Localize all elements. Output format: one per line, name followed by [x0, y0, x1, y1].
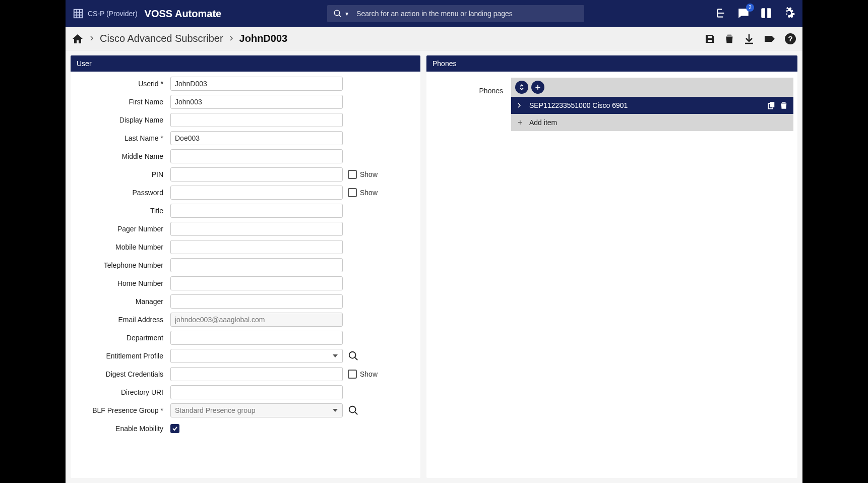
hierarchy-label: CS-P (Provider)	[88, 10, 138, 18]
svg-rect-0	[74, 10, 83, 18]
phone-item-label: SEP112233551000 Cisco 6901	[529, 101, 762, 109]
phones-panel-header: Phones	[426, 55, 797, 72]
digest-label: Digest Credentials	[76, 370, 170, 378]
dir-uri-input[interactable]	[170, 385, 343, 399]
app-header: CS-P (Provider) VOSS Automate ▼ 2	[66, 0, 802, 27]
chevron-right-icon	[516, 102, 524, 108]
display-name-label: Display Name	[76, 116, 170, 124]
userid-input[interactable]	[170, 77, 343, 91]
last-name-label: Last Name *	[76, 134, 170, 142]
breadcrumb-link[interactable]: Cisco Advanced Subscriber	[100, 33, 223, 44]
first-name-input[interactable]	[170, 95, 343, 109]
app-title: VOSS Automate	[145, 8, 222, 20]
delete-icon[interactable]	[724, 33, 735, 45]
middle-name-label: Middle Name	[76, 152, 170, 160]
home-icon[interactable]	[72, 33, 84, 45]
manager-label: Manager	[76, 297, 170, 306]
hierarchy-icon	[73, 8, 84, 19]
pager-input[interactable]	[170, 222, 343, 236]
dir-uri-label: Directory URI	[76, 388, 170, 396]
svg-text:?: ?	[788, 34, 792, 43]
digest-show-label: Show	[360, 370, 378, 378]
digest-input[interactable]	[170, 367, 343, 381]
search-bar[interactable]: ▼	[327, 5, 584, 22]
svg-point-17	[349, 352, 356, 358]
phone-copy-icon[interactable]	[767, 101, 776, 110]
breadcrumb-current: JohnD003	[239, 33, 288, 44]
blf-lookup-icon[interactable]	[348, 405, 359, 416]
first-name-label: First Name	[76, 98, 170, 106]
transactions-icon[interactable]	[715, 7, 728, 21]
email-label: Email Address	[76, 316, 170, 324]
manager-input[interactable]	[170, 294, 343, 309]
phone-item[interactable]: SEP112233551000 Cisco 6901	[511, 97, 793, 114]
svg-point-5	[334, 10, 340, 16]
telephone-label: Telephone Number	[76, 261, 170, 269]
save-icon[interactable]	[704, 33, 716, 45]
middle-name-input[interactable]	[170, 149, 343, 163]
department-input[interactable]	[170, 331, 343, 345]
mobile-label: Mobile Number	[76, 243, 170, 251]
department-label: Department	[76, 334, 170, 342]
password-label: Password	[76, 189, 170, 197]
svg-line-20	[355, 412, 358, 415]
svg-line-6	[339, 15, 341, 17]
password-show-checkbox[interactable]	[348, 188, 357, 197]
enable-mobility-checkbox[interactable]	[170, 424, 179, 433]
entitlement-lookup-icon[interactable]	[348, 350, 359, 361]
svg-marker-14	[772, 36, 775, 42]
pin-show-label: Show	[360, 170, 378, 178]
user-panel-header: User	[71, 55, 420, 72]
enable-mobility-label: Enable Mobility	[76, 425, 170, 433]
phones-sort-button[interactable]	[515, 81, 528, 94]
email-input	[170, 313, 343, 327]
messages-badge: 2	[746, 4, 754, 12]
hierarchy-selector[interactable]: CS-P (Provider)	[73, 8, 138, 19]
svg-point-19	[349, 406, 356, 413]
docs-icon[interactable]	[759, 7, 773, 21]
display-name-input[interactable]	[170, 113, 343, 127]
phones-label: Phones	[430, 78, 511, 95]
home-input[interactable]	[170, 276, 343, 290]
search-input[interactable]	[356, 10, 578, 18]
userid-label: Userid *	[76, 80, 170, 88]
blf-select[interactable]	[170, 403, 343, 417]
title-input[interactable]	[170, 204, 343, 218]
phones-add-button[interactable]	[531, 81, 544, 94]
export-icon[interactable]	[743, 33, 755, 45]
breadcrumb-separator	[89, 35, 95, 43]
mobile-input[interactable]	[170, 240, 343, 254]
pin-input[interactable]	[170, 167, 343, 182]
home-label: Home Number	[76, 279, 170, 287]
messages-icon[interactable]: 2	[737, 7, 750, 21]
add-item-label: Add item	[529, 118, 557, 127]
svg-rect-23	[770, 102, 774, 107]
entitlement-select[interactable]	[170, 349, 343, 363]
tag-icon[interactable]	[763, 33, 776, 45]
add-phone-item[interactable]: + Add item	[511, 114, 793, 131]
breadcrumb-separator	[228, 35, 234, 43]
entitlement-label: Entitlement Profile	[76, 352, 170, 360]
search-dropdown-caret[interactable]: ▼	[344, 11, 349, 17]
password-input[interactable]	[170, 186, 343, 200]
svg-line-18	[355, 357, 358, 360]
telephone-input[interactable]	[170, 258, 343, 272]
settings-icon[interactable]	[782, 7, 795, 21]
pager-label: Pager Number	[76, 225, 170, 233]
svg-rect-13	[765, 36, 772, 42]
password-show-label: Show	[360, 189, 378, 197]
digest-show-checkbox[interactable]	[348, 370, 357, 379]
search-icon	[333, 9, 342, 18]
plus-icon: +	[516, 118, 524, 127]
title-label: Title	[76, 207, 170, 215]
phone-delete-icon[interactable]	[779, 101, 788, 110]
user-panel: User Userid * First Name Display Name La…	[71, 55, 420, 478]
breadcrumb-bar: Cisco Advanced Subscriber JohnD003 ?	[66, 27, 802, 50]
pin-label: PIN	[76, 170, 170, 178]
pin-show-checkbox[interactable]	[348, 170, 357, 179]
blf-label: BLF Presence Group *	[76, 406, 170, 414]
phones-panel: Phones Phones	[426, 55, 797, 478]
last-name-input[interactable]	[170, 131, 343, 145]
help-icon[interactable]: ?	[784, 33, 796, 45]
